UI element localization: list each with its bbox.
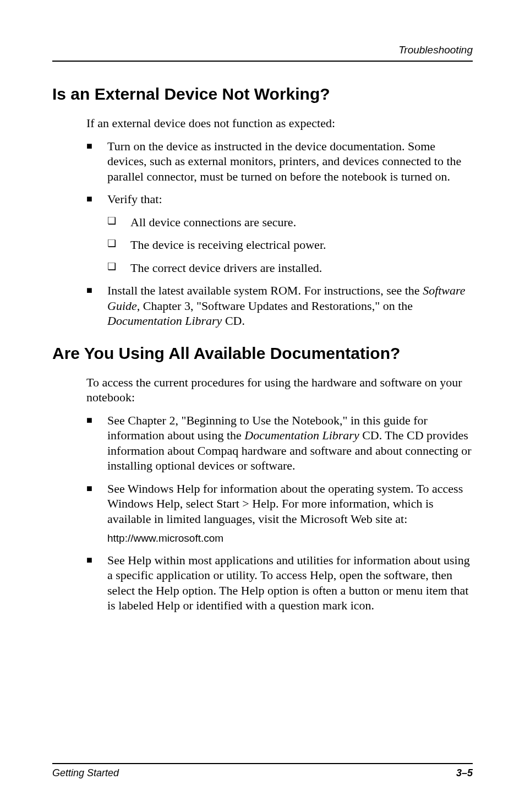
list-item: See Help within most applications and ut… (86, 553, 473, 613)
list-item-text: Verify that: (107, 192, 162, 206)
sub-list-item: All device connections are secure. (107, 215, 473, 230)
section-heading-2: Are You Using All Available Documentatio… (52, 344, 473, 363)
list-item: Install the latest available system ROM.… (86, 283, 473, 329)
footer-page-number: 3–5 (456, 767, 473, 779)
italic-text: Documentation Library (244, 428, 359, 442)
section-heading-1: Is an External Device Not Working? (52, 85, 473, 103)
text-fragment: Install the latest available system ROM.… (107, 284, 423, 297)
list-item: Turn on the device as instructed in the … (86, 139, 473, 184)
running-header: Troubleshooting (52, 44, 473, 56)
list-item: See Chapter 2, "Beginning to Use the Not… (86, 413, 473, 473)
section2-bullet-list: See Chapter 2, "Beginning to Use the Not… (86, 413, 473, 613)
sub-list-item: The device is receiving electrical power… (107, 237, 473, 253)
list-item: Verify that: All device connections are … (86, 192, 473, 275)
italic-text: Documentation Library (107, 314, 222, 328)
page-footer: Getting Started 3–5 (52, 763, 473, 779)
sub-list-item: The correct device drivers are installed… (107, 260, 473, 276)
list-item-text: See Help within most applications and ut… (107, 553, 470, 613)
header-rule (52, 61, 473, 62)
section1-bullet-list: Turn on the device as instructed in the … (86, 139, 473, 329)
footer-left: Getting Started (52, 767, 119, 779)
section2-intro: To access the current procedures for usi… (86, 375, 473, 405)
sub-list: All device connections are secure. The d… (107, 215, 473, 276)
text-fragment: CD. (222, 314, 245, 328)
footer-rule (52, 763, 473, 764)
list-item: See Windows Help for information about t… (86, 481, 473, 545)
list-item-text: Turn on the device as instructed in the … (107, 139, 461, 183)
url-text: http://www.microsoft.com (107, 532, 473, 545)
list-item-text: See Windows Help for information about t… (107, 482, 463, 526)
section1-intro: If an external device does not function … (86, 116, 473, 131)
text-fragment: Chapter 3, "Software Updates and Restora… (140, 299, 413, 313)
footer-row: Getting Started 3–5 (52, 767, 473, 779)
